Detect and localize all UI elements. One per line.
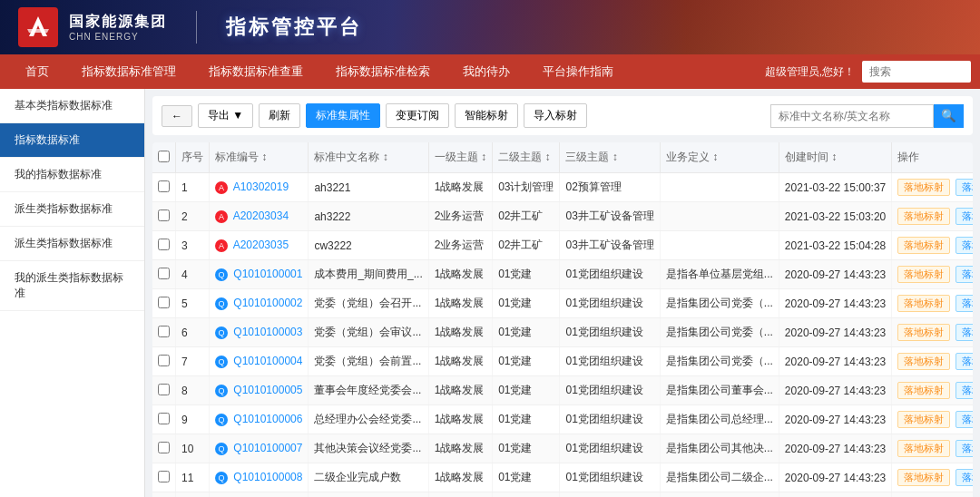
row-l2: 01党建 <box>493 492 560 498</box>
row-l2: 01党建 <box>493 318 560 347</box>
row-checkbox[interactable] <box>158 355 170 366</box>
row-code-link[interactable]: Q1010100006 <box>233 413 302 425</box>
op-map[interactable]: 落地标射 <box>897 411 950 428</box>
op-map[interactable]: 落地标射 <box>897 266 950 283</box>
op-map[interactable]: 落地标射 <box>897 469 950 486</box>
row-checkbox[interactable] <box>158 471 170 482</box>
th-name[interactable]: 标准中文名称 ↕ <box>309 142 428 173</box>
op-map[interactable]: 落地标射 <box>897 208 950 225</box>
nav-item-guide[interactable]: 平台操作指南 <box>526 54 630 89</box>
sidebar-item-my-derived[interactable]: 我的派生类指标数据标准 <box>0 261 144 311</box>
row-checkbox[interactable] <box>158 180 170 192</box>
row-name: 其他决策会议经党委... <box>309 434 428 463</box>
nav-item-standard-mgmt[interactable]: 指标数据标准管理 <box>65 54 192 89</box>
nav-item-home[interactable]: 首页 <box>9 54 65 89</box>
th-time[interactable]: 创建时间 ↕ <box>779 142 891 173</box>
header: 国家能源集团 CHN ENERGY 指标管控平台 <box>0 0 980 54</box>
row-checkbox[interactable] <box>158 384 170 395</box>
op-map[interactable]: 落地标射 <box>897 324 950 341</box>
refresh-button[interactable]: 刷新 <box>259 103 300 128</box>
row-time: 2021-03-22 15:04:28 <box>779 231 891 260</box>
nav-item-todo[interactable]: 我的待办 <box>446 54 526 89</box>
th-def[interactable]: 业务定义 ↕ <box>660 142 779 173</box>
op-eval[interactable]: 落地评估 <box>956 208 973 225</box>
back-button[interactable]: ← <box>162 105 192 127</box>
row-checkbox[interactable] <box>158 442 170 453</box>
row-time: 2020-09-27 14:43:23 <box>779 434 891 463</box>
op-eval[interactable]: 落地评估 <box>956 353 973 370</box>
props-button[interactable]: 标准集属性 <box>306 103 380 128</box>
op-map[interactable]: 落地标射 <box>897 295 950 312</box>
sidebar-item-my[interactable]: 我的指标数据标准 <box>0 158 144 192</box>
row-name: 成本费用_期间费用_... <box>309 260 428 289</box>
op-eval[interactable]: 落地评估 <box>956 469 973 486</box>
nav-search-input[interactable] <box>862 61 971 83</box>
row-def <box>660 173 779 202</box>
row-checkbox[interactable] <box>158 210 170 221</box>
navbar: 首页 指标数据标准管理 指标数据标准查重 指标数据标准检索 我的待办 平台操作指… <box>0 54 980 89</box>
row-l2: 01党建 <box>493 376 560 405</box>
export-button[interactable]: 导出 ▼ <box>198 103 253 128</box>
op-eval[interactable]: 落地评估 <box>956 237 973 254</box>
row-checkbox[interactable] <box>158 268 170 279</box>
row-code-link[interactable]: Q1010100008 <box>233 471 302 483</box>
th-l1[interactable]: 一级主题 ↕ <box>428 142 492 173</box>
row-name: ah3221 <box>309 173 428 202</box>
op-eval[interactable]: 落地评估 <box>956 411 973 428</box>
row-checkbox[interactable] <box>158 326 170 337</box>
logo-cn: 国家能源集团 <box>69 13 167 32</box>
row-checkbox[interactable] <box>158 413 170 424</box>
nav-item-standard-search[interactable]: 指标数据标准检索 <box>319 54 446 89</box>
sidebar-item-derived2[interactable]: 派生类指标数据标准 <box>0 227 144 261</box>
select-all-checkbox[interactable] <box>158 151 170 162</box>
row-checkbox[interactable] <box>158 297 170 308</box>
op-map[interactable]: 落地标射 <box>897 382 950 399</box>
smart-button[interactable]: 智能标射 <box>455 103 518 128</box>
row-seq: 8 <box>176 376 210 405</box>
op-eval[interactable]: 落地评估 <box>956 440 973 457</box>
sidebar-item-indicator[interactable]: 指标数据标准 <box>0 123 144 158</box>
row-code-link[interactable]: A20203034 <box>233 210 289 222</box>
sidebar-item-basic[interactable]: 基本类指标数据标准 <box>0 89 144 123</box>
table-body: 1 A A10302019 ah3221 1战略发展 03计划管理 02预算管理… <box>152 173 973 498</box>
row-code: Q Q1010100001 <box>210 260 309 289</box>
row-def: 是指集团公司党委（... <box>660 318 779 347</box>
row-code: Q Q1010100007 <box>210 434 309 463</box>
import-button[interactable]: 导入标射 <box>524 103 587 128</box>
toolbar-search-button[interactable]: 🔍 <box>934 104 964 128</box>
nav-item-standard-check[interactable]: 指标数据标准查重 <box>192 54 319 89</box>
th-code[interactable]: 标准编号 ↕ <box>210 142 309 173</box>
logo-divider <box>196 11 197 44</box>
row-code-link[interactable]: Q1010100003 <box>233 326 302 338</box>
row-code-link[interactable]: Q1010100001 <box>233 268 302 280</box>
th-l3[interactable]: 三级主题 ↕ <box>560 142 660 173</box>
row-checkbox[interactable] <box>158 239 170 250</box>
toolbar-search-input[interactable] <box>770 104 934 128</box>
op-eval[interactable]: 落地评估 <box>956 324 973 341</box>
row-code: A A20203035 <box>210 231 309 260</box>
op-map[interactable]: 落地标射 <box>897 179 950 196</box>
th-l2[interactable]: 二级主题 ↕ <box>493 142 560 173</box>
op-eval[interactable]: 落地评估 <box>956 266 973 283</box>
row-seq: 4 <box>176 260 210 289</box>
op-map[interactable]: 落地标射 <box>897 440 950 457</box>
op-eval[interactable]: 落地评估 <box>956 179 973 196</box>
table-row: 10 Q Q1010100007 其他决策会议经党委... 1战略发展 01党建… <box>152 434 973 463</box>
op-eval[interactable]: 落地评估 <box>956 295 973 312</box>
row-code-link[interactable]: A10302019 <box>233 180 289 193</box>
op-map[interactable]: 落地标射 <box>897 353 950 370</box>
logo-text: 国家能源集团 CHN ENERGY <box>69 13 167 42</box>
op-eval[interactable]: 落地评估 <box>956 382 973 399</box>
row-l1: 1战略发展 <box>428 405 492 434</box>
header-title: 指标管控平台 <box>226 14 362 41</box>
row-code-link[interactable]: Q1010100004 <box>233 355 302 367</box>
row-code-link[interactable]: Q1010100005 <box>233 384 302 396</box>
row-l3: 03井工矿设备管理 <box>560 231 660 260</box>
row-code-link[interactable]: Q1010100002 <box>233 297 302 309</box>
op-map[interactable]: 落地标射 <box>897 237 950 254</box>
row-code-link[interactable]: A20203035 <box>233 239 289 251</box>
sidebar-item-derived[interactable]: 派生类指标数据标准 <box>0 192 144 227</box>
row-l2: 01党建 <box>493 260 560 289</box>
change-button[interactable]: 变更订阅 <box>386 103 449 128</box>
row-code-link[interactable]: Q1010100007 <box>233 442 302 454</box>
